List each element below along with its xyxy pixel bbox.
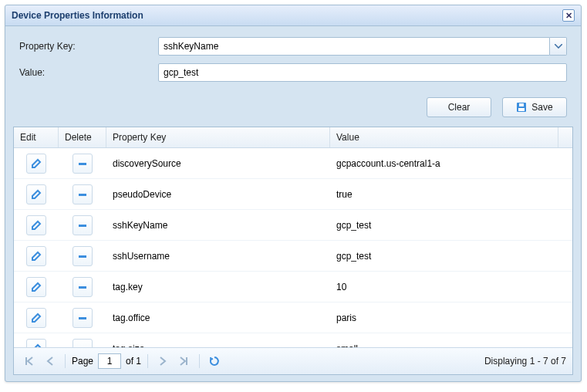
col-header-edit[interactable]: Edit (14, 127, 59, 147)
separator (147, 354, 148, 368)
grid-header: Edit Delete Property Key Value (14, 127, 572, 148)
delete-minus-icon (77, 343, 88, 348)
paging-toolbar: Page of 1 Displaying 1 - 7 of 7 (14, 347, 572, 374)
svg-rect-5 (79, 225, 86, 227)
property-key-row: Property Key: (19, 37, 567, 56)
table-row[interactable]: tag.key10 (14, 272, 572, 302)
table-row[interactable]: sshKeyNamegcp_test (14, 210, 572, 241)
svg-rect-8 (79, 317, 86, 319)
delete-minus-icon (77, 282, 88, 292)
edit-button[interactable] (26, 215, 46, 235)
property-key-input[interactable] (158, 37, 550, 56)
delete-minus-icon (77, 189, 88, 200)
svg-rect-1 (518, 108, 525, 111)
table-row[interactable]: discoverySourcegcpaccount.us-central1-a (14, 148, 572, 179)
save-disk-icon (516, 102, 527, 113)
cell-key: sshUsername (106, 248, 330, 265)
cell-value: 10 (330, 279, 572, 296)
form-area: Property Key: Value: (5, 26, 581, 94)
delete-button[interactable] (73, 277, 93, 297)
table-row[interactable]: sshUsernamegcp_test (14, 241, 572, 272)
page-first-button[interactable] (20, 353, 37, 370)
edit-pencil-icon (31, 343, 42, 348)
edit-button[interactable] (26, 277, 46, 297)
cell-value: gcpaccount.us-central1-a (330, 155, 572, 172)
cell-key: discoverySource (106, 155, 330, 172)
edit-button[interactable] (26, 246, 46, 266)
cell-key: tag.office (106, 309, 330, 326)
refresh-button[interactable] (206, 353, 223, 370)
separator (199, 354, 200, 368)
delete-button[interactable] (73, 339, 93, 348)
page-next-button[interactable] (154, 353, 171, 370)
cell-value: gcp_test (330, 217, 572, 234)
svg-rect-6 (79, 255, 86, 258)
dialog-header: Device Properties Information ✕ (5, 5, 581, 26)
cell-key: tag.size (106, 340, 330, 348)
edit-button[interactable] (26, 154, 46, 174)
button-row: Clear Save (5, 94, 581, 127)
grid-body[interactable]: discoverySourcegcpaccount.us-central1-ap… (14, 148, 572, 347)
page-next-icon (159, 357, 167, 366)
properties-grid: Edit Delete Property Key Value discovery… (13, 127, 573, 375)
cell-key: tag.key (106, 279, 330, 296)
svg-rect-2 (519, 103, 524, 106)
edit-pencil-icon (31, 251, 42, 262)
value-label: Value: (19, 67, 158, 78)
value-input[interactable] (158, 63, 567, 82)
delete-minus-icon (77, 313, 88, 323)
cell-key: sshKeyName (106, 217, 330, 234)
edit-button[interactable] (26, 308, 46, 328)
close-icon: ✕ (565, 11, 572, 20)
edit-pencil-icon (31, 313, 42, 323)
page-label: Page (72, 356, 93, 367)
property-key-trigger[interactable] (550, 37, 567, 56)
refresh-icon (209, 356, 220, 367)
page-last-icon (180, 357, 189, 366)
value-row: Value: (19, 63, 567, 82)
cell-value: true (330, 186, 572, 203)
delete-button[interactable] (73, 308, 93, 328)
delete-minus-icon (77, 220, 88, 231)
property-key-label: Property Key: (19, 41, 158, 52)
page-prev-button[interactable] (42, 353, 59, 370)
clear-label: Clear (448, 102, 471, 113)
clear-button[interactable]: Clear (427, 97, 491, 117)
edit-pencil-icon (31, 282, 42, 292)
cell-value: small (330, 340, 572, 348)
delete-button[interactable] (73, 215, 93, 235)
table-row[interactable]: tag.officeparis (14, 302, 572, 333)
delete-button[interactable] (73, 184, 93, 204)
edit-pencil-icon (31, 189, 42, 200)
edit-pencil-icon (31, 158, 42, 169)
delete-minus-icon (77, 251, 88, 262)
page-input[interactable] (98, 353, 121, 369)
table-row[interactable]: pseudoDevicetrue (14, 179, 572, 210)
separator (65, 354, 66, 368)
property-key-combo (158, 37, 567, 56)
col-header-key[interactable]: Property Key (106, 127, 330, 147)
paging-display: Displaying 1 - 7 of 7 (484, 356, 566, 367)
col-header-scroll (558, 127, 572, 147)
page-of-label: of 1 (126, 356, 141, 367)
delete-button[interactable] (73, 246, 93, 266)
save-label: Save (531, 102, 552, 113)
cell-value: paris (330, 309, 572, 326)
cell-value: gcp_test (330, 248, 572, 265)
page-last-button[interactable] (176, 353, 193, 370)
delete-button[interactable] (73, 154, 93, 174)
edit-button[interactable] (26, 339, 46, 348)
page-prev-icon (46, 357, 54, 366)
delete-minus-icon (77, 158, 88, 169)
col-header-value[interactable]: Value (330, 127, 558, 147)
edit-button[interactable] (26, 184, 46, 204)
chevron-down-icon (555, 44, 562, 49)
svg-rect-7 (79, 286, 86, 289)
table-row[interactable]: tag.sizesmall (14, 333, 572, 347)
close-button[interactable]: ✕ (562, 9, 575, 22)
dialog-title: Device Properties Information (12, 10, 562, 21)
save-button[interactable]: Save (502, 97, 567, 117)
cell-key: pseudoDevice (106, 186, 330, 203)
svg-rect-3 (79, 163, 86, 165)
col-header-delete[interactable]: Delete (59, 127, 106, 147)
